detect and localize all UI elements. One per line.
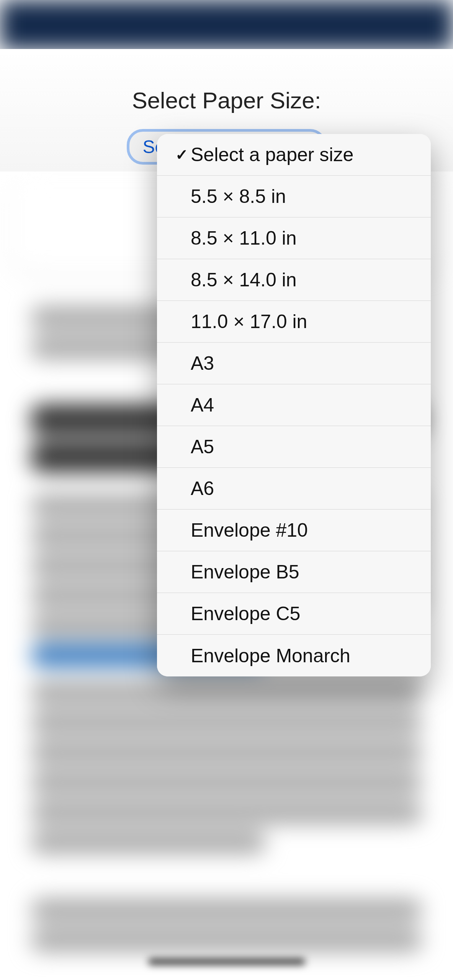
dropdown-option-label: 11.0 × 17.0 in — [191, 310, 307, 333]
dropdown-option[interactable]: 11.0 × 17.0 in — [157, 301, 431, 343]
dropdown-option[interactable]: 5.5 × 8.5 in — [157, 176, 431, 217]
dropdown-option[interactable]: Envelope Monarch — [157, 635, 431, 676]
dropdown-option[interactable]: 8.5 × 14.0 in — [157, 259, 431, 301]
dropdown-option[interactable]: Envelope C5 — [157, 593, 431, 635]
dropdown-option[interactable]: Envelope #10 — [157, 510, 431, 551]
dropdown-option-label: A3 — [191, 352, 214, 374]
dropdown-option-label: Envelope #10 — [191, 519, 308, 541]
dropdown-option[interactable]: Select a paper size — [157, 134, 431, 176]
dropdown-option-label: A6 — [191, 477, 214, 500]
select-label: Select Paper Size: — [0, 87, 453, 114]
dropdown-option-label: 5.5 × 8.5 in — [191, 185, 286, 207]
checkmark-icon — [173, 146, 191, 163]
dropdown-option-label: A5 — [191, 436, 214, 458]
dropdown-option-label: Envelope B5 — [191, 561, 299, 583]
home-indicator — [148, 959, 305, 965]
dropdown-option-label: Select a paper size — [191, 144, 353, 166]
dropdown-option-label: Envelope Monarch — [191, 645, 350, 667]
dropdown-option-label: Envelope C5 — [191, 603, 300, 625]
dropdown-option[interactable]: 8.5 × 11.0 in — [157, 217, 431, 259]
paper-size-dropdown[interactable]: Select a paper size5.5 × 8.5 in8.5 × 11.… — [157, 134, 431, 676]
dropdown-option[interactable]: A3 — [157, 343, 431, 384]
dropdown-option-label: 8.5 × 11.0 in — [191, 227, 297, 249]
dropdown-option[interactable]: A5 — [157, 426, 431, 468]
dropdown-option[interactable]: A4 — [157, 384, 431, 426]
dropdown-option[interactable]: Envelope B5 — [157, 551, 431, 593]
dropdown-option[interactable]: A6 — [157, 468, 431, 510]
dropdown-option-label: A4 — [191, 394, 214, 416]
dropdown-option-label: 8.5 × 14.0 in — [191, 269, 297, 291]
nav-bar-blur — [0, 0, 453, 50]
